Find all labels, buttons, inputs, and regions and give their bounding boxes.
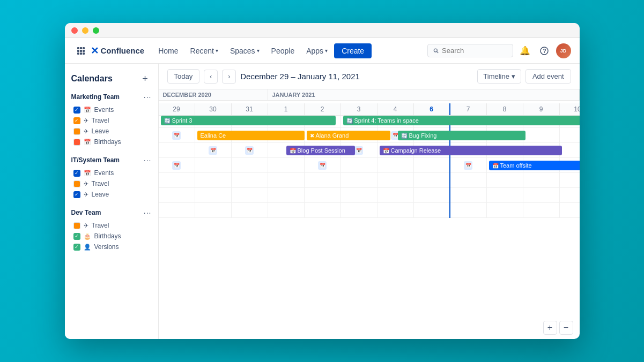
help-icon[interactable]: ? bbox=[537, 43, 552, 58]
search-box[interactable] bbox=[427, 44, 513, 57]
today-button[interactable]: Today bbox=[167, 69, 200, 84]
sidebar-item-it-events[interactable]: ✓ 📅 Events bbox=[71, 168, 152, 178]
team-more-marketing[interactable]: ··· bbox=[144, 93, 152, 101]
nav-item-people[interactable]: People bbox=[266, 43, 300, 58]
add-calendar-button[interactable]: + bbox=[139, 72, 152, 85]
svg-rect-0 bbox=[77, 47, 79, 49]
sidebar-item-marketing-events[interactable]: ✓ 📅 Events bbox=[71, 104, 152, 115]
day-6-today: 6 bbox=[414, 103, 450, 115]
small-event-r3-8[interactable]: 📅 bbox=[464, 161, 472, 170]
team-more-it[interactable]: ··· bbox=[144, 156, 152, 164]
sidebar-item-it-travel[interactable]: ✈ Travel bbox=[71, 178, 152, 189]
view-selector[interactable]: Timeline ▾ bbox=[477, 69, 521, 84]
nav-item-recent[interactable]: Recent ▾ bbox=[185, 43, 224, 58]
notifications-icon[interactable]: 🔔 bbox=[517, 43, 532, 58]
month-label-december: DECEMBER 2020 bbox=[159, 89, 268, 100]
small-event-icon[interactable]: 📅 bbox=[172, 131, 181, 140]
checkbox-dev-versions[interactable]: ✓ bbox=[73, 244, 80, 251]
sidebar-item-marketing-travel[interactable]: ✓ ✈ Travel bbox=[71, 115, 152, 126]
event-blog[interactable]: 📅 Blog Post Session bbox=[286, 146, 355, 155]
sidebar-item-dev-birthdays[interactable]: ✓ 🎂 Birthdays bbox=[71, 231, 152, 242]
timeline-area[interactable]: DECEMBER 2020 JANUARY 2021 29 30 31 1 2 … bbox=[159, 89, 580, 339]
team-more-dev[interactable]: ··· bbox=[144, 208, 152, 217]
checkbox-marketing-events[interactable]: ✓ bbox=[73, 107, 80, 114]
tl-cell-r3-4: 📅 bbox=[305, 158, 341, 173]
checkbox-dev-travel[interactable] bbox=[73, 222, 80, 229]
svg-rect-6 bbox=[77, 52, 79, 55]
zoom-in-button[interactable]: + bbox=[543, 321, 557, 335]
small-event-r2-5[interactable]: 📅 bbox=[354, 146, 363, 155]
small-event-r3-0[interactable]: 📅 bbox=[172, 161, 181, 170]
checkbox-marketing-leave[interactable] bbox=[73, 128, 80, 135]
create-button[interactable]: Create bbox=[334, 43, 372, 58]
team-name-marketing: Marketing Team bbox=[71, 93, 120, 101]
tl-cell-11 bbox=[523, 128, 560, 143]
day-30: 30 bbox=[195, 103, 232, 115]
event-sprint3[interactable]: 🔄 Sprint 3 bbox=[161, 116, 336, 125]
team-section-marketing: Marketing Team ··· ✓ 📅 Events ✓ ✈ Travel bbox=[71, 93, 152, 147]
day-31: 31 bbox=[232, 103, 268, 115]
checkbox-it-events[interactable]: ✓ bbox=[73, 170, 80, 177]
day-3: 3 bbox=[341, 103, 377, 115]
checkbox-marketing-birthdays[interactable] bbox=[73, 139, 80, 146]
sidebar-title: Calendars bbox=[71, 74, 113, 84]
day-numbers-row: 29 30 31 1 2 3 4 6 7 8 9 10 11 bbox=[159, 103, 580, 116]
avatar[interactable]: JD bbox=[556, 43, 571, 58]
day-10: 10 bbox=[560, 103, 580, 115]
small-event-r2-2[interactable]: 📅 bbox=[245, 146, 254, 155]
main-layout: Calendars + Marketing Team ··· ✓ 📅 Event… bbox=[65, 64, 580, 339]
offsite-icon: 📅 bbox=[492, 163, 499, 169]
team-section-dev: Dev Team ··· ✈ Travel ✓ 🎂 Birthdays bbox=[71, 208, 152, 252]
dev-versions-icon: 👤 bbox=[84, 244, 91, 251]
nav-items: Home Recent ▾ Spaces ▾ People Apps ▾ Cre… bbox=[153, 43, 425, 58]
logo[interactable]: ✕ Confluence bbox=[91, 45, 145, 57]
nav-item-apps[interactable]: Apps ▾ bbox=[301, 43, 333, 58]
event-offsite[interactable]: 📅 Team offsite bbox=[489, 161, 580, 170]
svg-rect-3 bbox=[77, 50, 79, 52]
prev-arrow[interactable]: ‹ bbox=[204, 70, 218, 84]
tl-cell-r3-today bbox=[414, 158, 450, 173]
grid-icon[interactable] bbox=[73, 43, 88, 58]
tl-cell-r3-6 bbox=[377, 158, 414, 173]
tl-cell-12 bbox=[560, 128, 580, 143]
add-event-button[interactable]: Add event bbox=[525, 69, 571, 84]
event-bugfixing[interactable]: 🔄 Bug Fixing bbox=[398, 131, 525, 140]
event-ealina[interactable]: Ealina Ce bbox=[197, 131, 305, 140]
svg-rect-1 bbox=[80, 47, 82, 49]
minimize-button[interactable] bbox=[82, 27, 88, 34]
event-sprint4[interactable]: 🔄 Sprint 4: Teams in space bbox=[343, 116, 580, 125]
it-events-icon: 📅 bbox=[84, 170, 91, 177]
it-leave-icon: ✈ bbox=[84, 191, 88, 198]
next-arrow[interactable]: › bbox=[222, 70, 236, 84]
sidebar-item-marketing-leave[interactable]: ✈ Leave bbox=[71, 126, 152, 137]
nav-item-home[interactable]: Home bbox=[153, 43, 183, 58]
event-alana[interactable]: ✖ Alana Grand bbox=[307, 131, 390, 140]
maximize-button[interactable] bbox=[93, 27, 99, 34]
sidebar-header: Calendars + bbox=[71, 72, 152, 85]
checkbox-it-leave[interactable]: ✓ bbox=[73, 191, 80, 198]
navbar: ✕ Confluence Home Recent ▾ Spaces ▾ Peop… bbox=[65, 38, 580, 64]
checkbox-dev-birthdays[interactable]: ✓ bbox=[73, 233, 80, 240]
close-button[interactable] bbox=[71, 27, 78, 34]
sidebar-item-dev-travel[interactable]: ✈ Travel bbox=[71, 220, 152, 231]
leave-icon: ✈ bbox=[84, 128, 88, 135]
sidebar-item-it-leave[interactable]: ✓ ✈ Leave bbox=[71, 189, 152, 200]
day-9: 9 bbox=[523, 103, 560, 115]
timeline-row-2: 📅 📅 📅 📅 📅 bbox=[159, 143, 580, 158]
svg-point-9 bbox=[434, 49, 437, 52]
small-event-r2[interactable]: 📅 bbox=[209, 146, 217, 155]
checkbox-it-travel[interactable] bbox=[73, 180, 80, 187]
calendar-content: Today ‹ › December 29 – January 11, 2021… bbox=[159, 64, 580, 339]
small-event-r3-4[interactable]: 📅 bbox=[318, 161, 327, 170]
search-input[interactable] bbox=[442, 47, 507, 55]
team-section-it: IT/System Team ··· ✓ 📅 Events ✈ Travel bbox=[71, 156, 152, 200]
sidebar-item-marketing-birthdays[interactable]: 📅 Birthdays bbox=[71, 137, 152, 147]
event-campaign[interactable]: 📅 Campaign Release bbox=[380, 146, 562, 155]
it-travel-icon: ✈ bbox=[84, 180, 88, 187]
date-range: December 29 – January 11, 2021 bbox=[240, 72, 473, 81]
nav-item-spaces[interactable]: Spaces ▾ bbox=[225, 43, 265, 58]
timeline-body: 🔄 Sprint 3 🔄 Sprint 4: Teams in space 📅 bbox=[159, 113, 580, 218]
zoom-out-button[interactable]: − bbox=[559, 321, 573, 335]
sidebar-item-dev-versions[interactable]: ✓ 👤 Versions bbox=[71, 242, 152, 252]
checkbox-marketing-travel[interactable]: ✓ bbox=[73, 117, 80, 124]
